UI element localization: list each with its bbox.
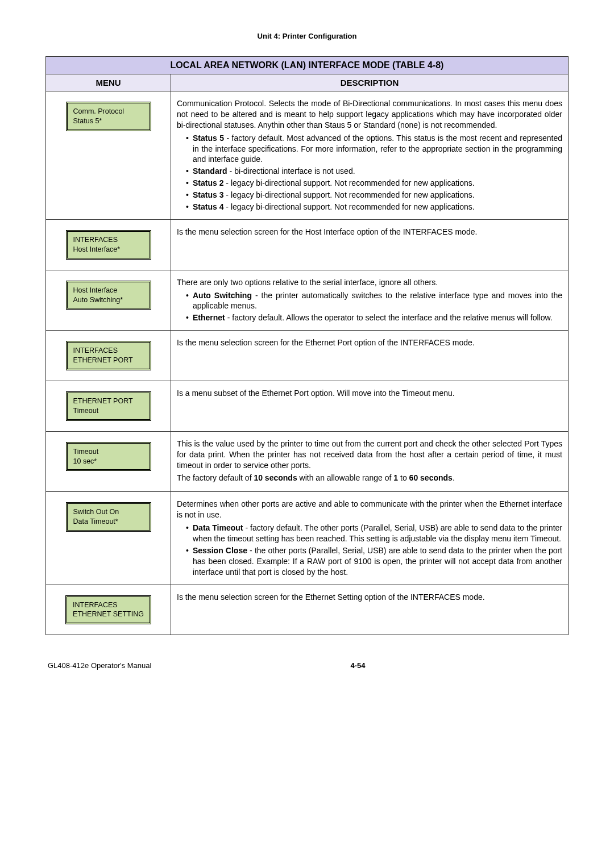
table-row: INTERFACES Host Interface* Is the menu s… xyxy=(46,219,569,270)
unit-header: Unit 4: Printer Configuration xyxy=(45,32,569,40)
desc-bullets: Data Timeout - factory default. The othe… xyxy=(177,523,562,577)
page-footer: GL408-412e Operator's Manual 4-54 . xyxy=(45,661,569,670)
table-row: Host Interface Auto Switching* There are… xyxy=(46,270,569,331)
table-row: INTERFACES ETHERNET SETTING Is the menu … xyxy=(46,585,569,635)
footer-manual-title: GL408-412e Operator's Manual xyxy=(48,661,151,670)
lcd-display: ETHERNET PORT Timeout xyxy=(66,391,151,421)
desc-intro: Is the menu selection screen for the Hos… xyxy=(177,227,562,237)
table-row: ETHERNET PORT Timeout Is a menu subset o… xyxy=(46,381,569,431)
desc-outro: The factory default of 10 seconds with a… xyxy=(177,473,562,483)
lcd-line1: ETHERNET PORT xyxy=(73,397,144,406)
desc-intro: Is the menu selection screen for the Eth… xyxy=(177,337,562,348)
desc-intro: Is a menu subset of the Ethernet Port op… xyxy=(177,388,562,399)
desc-bullets: Auto Switching - the printer automatical… xyxy=(177,290,562,324)
col-desc-header: DESCRIPTION xyxy=(171,74,569,91)
bullet-item: Status 3 - legacy bi-directional support… xyxy=(186,190,562,201)
lcd-display: Host Interface Auto Switching* xyxy=(66,281,151,310)
lcd-line2: Auto Switching* xyxy=(73,295,144,305)
table-header-row: MENU DESCRIPTION xyxy=(46,74,569,91)
lcd-display: Comm. Protocol Status 5* xyxy=(66,102,151,131)
lcd-line2: Status 5* xyxy=(73,116,144,126)
table-title: LOCAL AREA NETWORK (LAN) INTERFACE MODE … xyxy=(46,57,569,74)
table-title-row: LOCAL AREA NETWORK (LAN) INTERFACE MODE … xyxy=(46,57,569,74)
table-row: INTERFACES ETHERNET PORT Is the menu sel… xyxy=(46,331,569,381)
table-row: Timeout 10 sec* This is the value used b… xyxy=(46,431,569,492)
bullet-item: Ethernet - factory default. Allows the o… xyxy=(186,312,562,323)
bullet-item: Status 4 - legacy bi-directional support… xyxy=(186,202,562,212)
lcd-line2: 10 sec* xyxy=(73,457,144,466)
lcd-display: INTERFACES Host Interface* xyxy=(66,230,151,260)
desc-intro: Is the menu selection screen for the Eth… xyxy=(177,592,562,603)
desc-intro: This is the value used by the printer to… xyxy=(177,439,562,471)
footer-page-number: 4-54 xyxy=(350,661,365,670)
bullet-item: Auto Switching - the printer automatical… xyxy=(186,290,562,312)
lcd-line1: INTERFACES xyxy=(73,346,144,356)
desc-intro: There are only two options relative to t… xyxy=(177,277,562,288)
lcd-line1: INTERFACES xyxy=(73,600,144,610)
bullet-item: Status 5 - factory default. Most advance… xyxy=(186,133,562,165)
lcd-display: Timeout 10 sec* xyxy=(66,442,151,471)
lcd-line1: Timeout xyxy=(73,447,144,457)
bullet-item: Session Close - the other ports (Paralle… xyxy=(186,545,562,578)
table-row: Switch Out On Data Timeout* Determines w… xyxy=(46,492,569,585)
lcd-line1: Host Interface xyxy=(73,286,144,295)
col-menu-header: MENU xyxy=(46,74,171,91)
desc-intro: Communication Protocol. Selects the mode… xyxy=(177,98,562,131)
bullet-item: Standard - bi-directional interface is n… xyxy=(186,166,562,177)
lcd-display: INTERFACES ETHERNET SETTING xyxy=(65,595,151,625)
lcd-line2: Timeout xyxy=(73,406,144,416)
lcd-line1: INTERFACES xyxy=(73,235,144,245)
lcd-line2: ETHERNET PORT xyxy=(73,356,144,365)
lcd-display: Switch Out On Data Timeout* xyxy=(66,502,151,532)
lcd-line2: ETHERNET SETTING xyxy=(73,610,144,619)
lcd-line2: Data Timeout* xyxy=(73,517,144,527)
lcd-line1: Switch Out On xyxy=(73,507,144,517)
lan-interface-table: LOCAL AREA NETWORK (LAN) INTERFACE MODE … xyxy=(45,56,569,635)
lcd-line1: Comm. Protocol xyxy=(73,107,144,116)
table-row: Comm. Protocol Status 5* Communication P… xyxy=(46,91,569,220)
lcd-line2: Host Interface* xyxy=(73,245,144,254)
bullet-item: Status 2 - legacy bi-directional support… xyxy=(186,178,562,189)
desc-intro: Determines when other ports are active a… xyxy=(177,499,562,520)
bullet-item: Data Timeout - factory default. The othe… xyxy=(186,523,562,544)
desc-bullets: Status 5 - factory default. Most advance… xyxy=(177,133,562,212)
lcd-display: INTERFACES ETHERNET PORT xyxy=(66,341,151,370)
